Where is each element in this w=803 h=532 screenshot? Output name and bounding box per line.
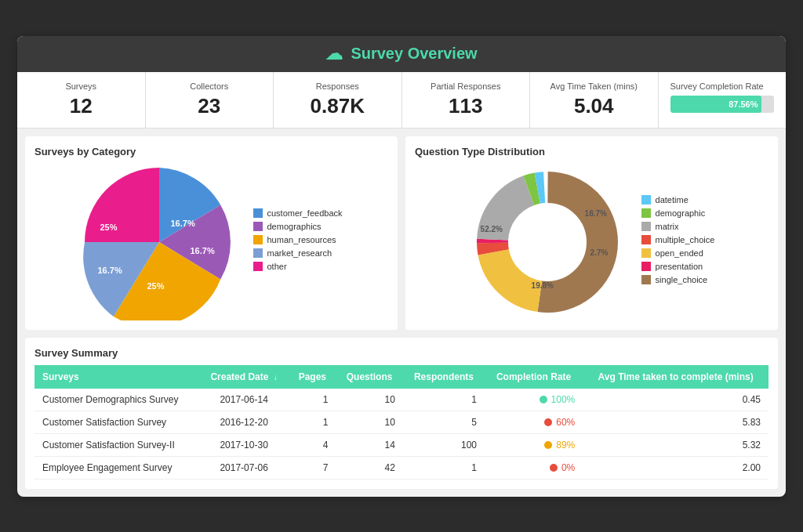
pie-chart-panel: Surveys by Category bbox=[25, 136, 398, 330]
legend-label-dem: demographics bbox=[267, 222, 322, 231]
legend-item-other: other bbox=[253, 262, 343, 271]
legend-color-mr bbox=[253, 248, 263, 258]
cell-completion-0: 100% bbox=[485, 389, 583, 411]
donut-svg-container: 52.2% 19.8% 18.7% 2.7% bbox=[469, 164, 626, 320]
completion-dot-0 bbox=[540, 396, 547, 404]
legend-item-datetime: datetime bbox=[641, 195, 715, 204]
sort-arrow-date: ↓ bbox=[274, 373, 278, 382]
col-header-questions[interactable]: Questions bbox=[336, 365, 402, 389]
donut-chart-title: Question Type Distribution bbox=[415, 146, 768, 157]
stats-row: Surveys 12 Collectors 23 Responses 0.87K… bbox=[17, 72, 786, 128]
col-header-date[interactable]: Created Date ↓ bbox=[199, 365, 289, 389]
cell-respondents-3: 1 bbox=[403, 456, 485, 479]
cell-name-0: Customer Demographics Survey bbox=[35, 389, 199, 411]
legend-color-hr bbox=[253, 235, 263, 244]
donut-legend: datetime demographic matrix multiple_cho… bbox=[641, 195, 715, 288]
legend-label-demographic: demographic bbox=[656, 208, 706, 218]
legend-label-pres: presentation bbox=[656, 262, 703, 271]
donut-labels: 52.2% 19.8% 18.7% 2.7% bbox=[469, 164, 626, 320]
stat-value-avg-time: 5.04 bbox=[542, 94, 646, 118]
completion-bar-fill: 87.56% bbox=[670, 96, 761, 113]
completion-pct-2: 89% bbox=[556, 440, 575, 451]
cell-pages-1: 1 bbox=[289, 411, 336, 433]
col-header-completion[interactable]: Completion Rate bbox=[485, 365, 583, 389]
legend-item-oe: open_ended bbox=[641, 248, 715, 258]
col-header-respondents[interactable]: Respondents bbox=[403, 365, 485, 389]
col-header-avg-time[interactable]: Avg Time taken to complete (mins) bbox=[583, 365, 768, 389]
legend-color-dem bbox=[253, 222, 263, 231]
cell-questions-3: 42 bbox=[336, 456, 402, 479]
cell-date-3: 2017-07-06 bbox=[199, 456, 289, 479]
legend-item-cf: customer_feedback bbox=[253, 208, 343, 218]
dashboard: ☁ Survey Overview Surveys 12 Collectors … bbox=[17, 36, 786, 497]
legend-item-sc: single_choice bbox=[641, 275, 715, 284]
cell-date-1: 2016-12-20 bbox=[199, 411, 289, 433]
cell-completion-1: 60% bbox=[485, 411, 583, 433]
stat-label-completion: Survey Completion Rate bbox=[670, 81, 775, 91]
completion-dot-1 bbox=[544, 418, 552, 426]
cell-avgtime-2: 5.32 bbox=[583, 433, 768, 456]
pie-chart-content: 16.7% 16.7% 25% 16.7% 25% customer_feedb… bbox=[35, 164, 388, 320]
donut-label-oe: 19.8% bbox=[532, 281, 554, 290]
pie-chart-title: Surveys by Category bbox=[35, 146, 388, 157]
cell-completion-3: 0% bbox=[485, 456, 583, 479]
stat-avg-time: Avg Time Taken (mins) 5.04 bbox=[530, 72, 659, 128]
table-row: Employee Engagement Survey 2017-07-06 7 … bbox=[35, 456, 768, 479]
stat-partial: Partial Responses 113 bbox=[402, 72, 531, 128]
legend-label-mr: market_research bbox=[267, 248, 332, 258]
cell-pages-0: 1 bbox=[289, 389, 336, 411]
summary-section: Survey Summary Surveys Created Date ↓ Pa… bbox=[25, 338, 778, 489]
legend-item-dem: demographics bbox=[253, 222, 343, 231]
cell-respondents-1: 5 bbox=[403, 411, 485, 433]
pie-legend: customer_feedback demographics human_res… bbox=[253, 208, 343, 275]
stat-value-collectors: 23 bbox=[158, 94, 262, 118]
legend-item-demographic: demographic bbox=[641, 208, 715, 218]
legend-item-matrix: matrix bbox=[641, 222, 715, 231]
donut-label-mc: 2.7% bbox=[590, 248, 609, 257]
col-header-pages[interactable]: Pages bbox=[289, 365, 336, 389]
cell-name-3: Employee Engagement Survey bbox=[35, 456, 199, 479]
cell-pages-3: 7 bbox=[289, 456, 336, 479]
cell-avgtime-3: 2.00 bbox=[583, 456, 768, 479]
cell-respondents-0: 1 bbox=[403, 389, 485, 411]
header: ☁ Survey Overview bbox=[17, 36, 786, 72]
cell-date-2: 2017-10-30 bbox=[199, 433, 289, 456]
cell-completion-2: 89% bbox=[485, 433, 583, 456]
legend-label-datetime: datetime bbox=[656, 195, 689, 204]
legend-label-other: other bbox=[267, 262, 287, 271]
legend-label-hr: human_resources bbox=[267, 235, 336, 244]
stat-label-collectors: Collectors bbox=[158, 81, 262, 91]
completion-pct-1: 60% bbox=[556, 417, 575, 428]
donut-label-sc: 52.2% bbox=[481, 225, 503, 233]
pie-label-hr: 25% bbox=[147, 281, 165, 291]
completion-dot-2 bbox=[544, 441, 552, 449]
cell-name-1: Customer Satisfaction Survey bbox=[35, 411, 199, 433]
summary-table: Surveys Created Date ↓ Pages Questions R… bbox=[35, 365, 768, 480]
donut-chart-panel: Question Type Distribution bbox=[405, 136, 778, 330]
col-header-surveys[interactable]: Surveys bbox=[35, 365, 199, 389]
completion-pct-3: 0% bbox=[561, 462, 575, 473]
summary-title: Survey Summary bbox=[35, 347, 768, 359]
legend-color-other bbox=[253, 262, 263, 271]
cell-avgtime-0: 0.45 bbox=[583, 389, 768, 411]
stat-surveys: Surveys 12 bbox=[17, 72, 146, 128]
stat-value-surveys: 12 bbox=[29, 94, 133, 118]
table-row: Customer Demographics Survey 2017-06-14 … bbox=[35, 389, 768, 411]
cell-questions-0: 10 bbox=[336, 389, 402, 411]
cell-date-0: 2017-06-14 bbox=[199, 389, 289, 411]
legend-item-hr: human_resources bbox=[253, 235, 343, 244]
legend-color-datetime bbox=[641, 195, 651, 204]
legend-color-demographic bbox=[641, 208, 651, 218]
cell-questions-1: 10 bbox=[336, 411, 402, 433]
donut-chart-content: 52.2% 19.8% 18.7% 2.7% datetime demograp… bbox=[415, 164, 768, 320]
legend-color-pres bbox=[641, 262, 651, 271]
table-body: Customer Demographics Survey 2017-06-14 … bbox=[35, 389, 768, 480]
legend-item-mr: market_research bbox=[253, 248, 343, 258]
stat-label-partial: Partial Responses bbox=[414, 81, 518, 91]
stat-label-avg-time: Avg Time Taken (mins) bbox=[542, 81, 646, 91]
stat-value-partial: 113 bbox=[414, 94, 518, 118]
cell-name-2: Customer Satisfaction Survey-II bbox=[35, 433, 199, 456]
pie-label-dem: 16.7% bbox=[191, 246, 215, 255]
cell-pages-2: 4 bbox=[289, 433, 336, 456]
cell-avgtime-1: 5.83 bbox=[583, 411, 768, 433]
